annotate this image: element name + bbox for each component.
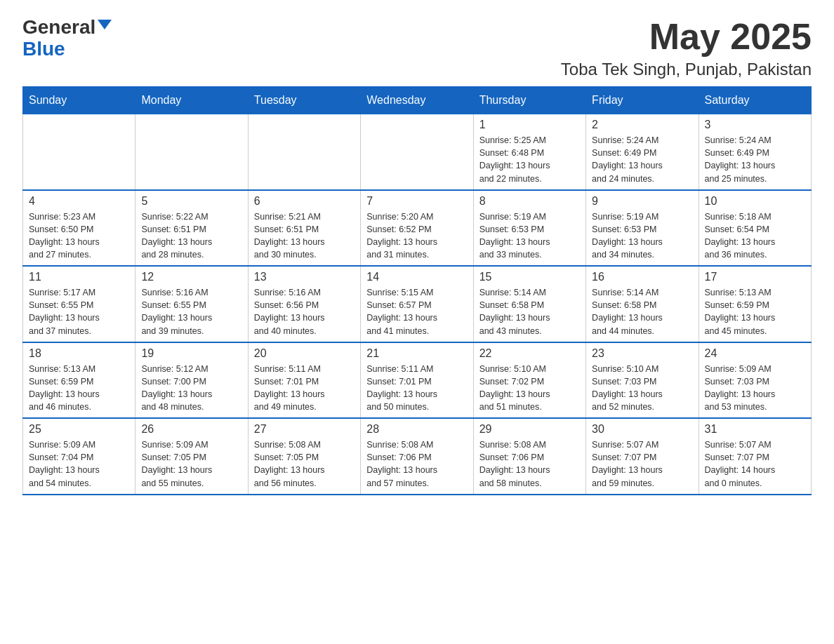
day-info: Sunrise: 5:08 AMSunset: 7:06 PMDaylight:… xyxy=(479,438,580,490)
day-info: Sunrise: 5:20 AMSunset: 6:52 PMDaylight:… xyxy=(366,210,467,262)
day-cell-2-2: 5Sunrise: 5:22 AMSunset: 6:51 PMDaylight… xyxy=(135,190,248,267)
day-cell-4-6: 23Sunrise: 5:10 AMSunset: 7:03 PMDayligh… xyxy=(586,342,699,419)
day-number: 16 xyxy=(592,271,692,283)
page-header: General Blue May 2025 Toba Tek Singh, Pu… xyxy=(22,17,812,79)
day-info: Sunrise: 5:24 AMSunset: 6:49 PMDaylight:… xyxy=(592,134,692,185)
day-info: Sunrise: 5:09 AMSunset: 7:03 PMDaylight:… xyxy=(705,363,805,414)
day-info: Sunrise: 5:13 AMSunset: 6:59 PMDaylight:… xyxy=(705,286,805,337)
day-number: 3 xyxy=(705,119,805,131)
day-info: Sunrise: 5:16 AMSunset: 6:55 PMDaylight:… xyxy=(141,286,241,337)
day-number: 24 xyxy=(705,347,805,360)
day-cell-2-3: 6Sunrise: 5:21 AMSunset: 6:51 PMDaylight… xyxy=(248,190,360,267)
logo-triangle-icon xyxy=(98,20,112,29)
day-number: 28 xyxy=(366,423,467,436)
day-info: Sunrise: 5:07 AMSunset: 7:07 PMDaylight:… xyxy=(705,438,805,490)
day-cell-1-7: 3Sunrise: 5:24 AMSunset: 6:49 PMDaylight… xyxy=(699,114,811,190)
day-number: 27 xyxy=(254,423,355,436)
day-info: Sunrise: 5:17 AMSunset: 6:55 PMDaylight:… xyxy=(29,286,129,337)
day-cell-3-4: 14Sunrise: 5:15 AMSunset: 6:57 PMDayligh… xyxy=(361,266,473,342)
col-saturday: Saturday xyxy=(699,87,811,114)
day-info: Sunrise: 5:13 AMSunset: 6:59 PMDaylight:… xyxy=(29,363,129,414)
day-cell-3-6: 16Sunrise: 5:14 AMSunset: 6:58 PMDayligh… xyxy=(586,266,699,342)
day-cell-4-3: 20Sunrise: 5:11 AMSunset: 7:01 PMDayligh… xyxy=(248,342,360,419)
logo: General Blue xyxy=(22,17,112,60)
col-sunday: Sunday xyxy=(23,87,135,114)
day-number: 23 xyxy=(592,347,692,360)
day-number: 11 xyxy=(29,271,129,283)
day-cell-5-4: 28Sunrise: 5:08 AMSunset: 7:06 PMDayligh… xyxy=(361,418,473,495)
day-info: Sunrise: 5:08 AMSunset: 7:05 PMDaylight:… xyxy=(254,438,355,490)
week-row-3: 11Sunrise: 5:17 AMSunset: 6:55 PMDayligh… xyxy=(23,266,812,342)
day-info: Sunrise: 5:15 AMSunset: 6:57 PMDaylight:… xyxy=(366,286,467,337)
day-cell-1-2 xyxy=(135,114,248,190)
week-row-2: 4Sunrise: 5:23 AMSunset: 6:50 PMDaylight… xyxy=(23,190,812,267)
day-info: Sunrise: 5:18 AMSunset: 6:54 PMDaylight:… xyxy=(705,210,805,262)
col-tuesday: Tuesday xyxy=(248,87,360,114)
calendar-table: Sunday Monday Tuesday Wednesday Thursday… xyxy=(22,86,812,495)
day-number: 15 xyxy=(479,271,580,283)
day-info: Sunrise: 5:10 AMSunset: 7:02 PMDaylight:… xyxy=(479,363,580,414)
day-number: 30 xyxy=(592,423,692,436)
day-info: Sunrise: 5:19 AMSunset: 6:53 PMDaylight:… xyxy=(479,210,580,262)
day-cell-4-1: 18Sunrise: 5:13 AMSunset: 6:59 PMDayligh… xyxy=(23,342,135,419)
week-row-5: 25Sunrise: 5:09 AMSunset: 7:04 PMDayligh… xyxy=(23,418,812,495)
day-number: 29 xyxy=(479,423,580,436)
day-number: 8 xyxy=(479,195,580,208)
day-number: 14 xyxy=(366,271,467,283)
col-wednesday: Wednesday xyxy=(361,87,473,114)
day-info: Sunrise: 5:14 AMSunset: 6:58 PMDaylight:… xyxy=(592,286,692,337)
day-cell-2-5: 8Sunrise: 5:19 AMSunset: 6:53 PMDaylight… xyxy=(473,190,585,267)
day-number: 21 xyxy=(366,347,467,360)
day-cell-3-1: 11Sunrise: 5:17 AMSunset: 6:55 PMDayligh… xyxy=(23,266,135,342)
day-number: 7 xyxy=(366,195,467,208)
day-cell-3-3: 13Sunrise: 5:16 AMSunset: 6:56 PMDayligh… xyxy=(248,266,360,342)
day-cell-1-1 xyxy=(23,114,135,190)
day-number: 6 xyxy=(254,195,355,208)
day-cell-5-1: 25Sunrise: 5:09 AMSunset: 7:04 PMDayligh… xyxy=(23,418,135,495)
calendar-header-row: Sunday Monday Tuesday Wednesday Thursday… xyxy=(23,87,812,114)
day-number: 31 xyxy=(705,423,805,436)
day-number: 5 xyxy=(141,195,241,208)
day-cell-4-4: 21Sunrise: 5:11 AMSunset: 7:01 PMDayligh… xyxy=(361,342,473,419)
day-number: 26 xyxy=(141,423,241,436)
day-info: Sunrise: 5:11 AMSunset: 7:01 PMDaylight:… xyxy=(366,363,467,414)
day-cell-1-3 xyxy=(248,114,360,190)
day-cell-5-7: 31Sunrise: 5:07 AMSunset: 7:07 PMDayligh… xyxy=(699,418,811,495)
day-cell-3-2: 12Sunrise: 5:16 AMSunset: 6:55 PMDayligh… xyxy=(135,266,248,342)
col-thursday: Thursday xyxy=(473,87,585,114)
day-number: 17 xyxy=(705,271,805,283)
title-block: May 2025 Toba Tek Singh, Punjab, Pakista… xyxy=(561,17,812,79)
day-cell-5-5: 29Sunrise: 5:08 AMSunset: 7:06 PMDayligh… xyxy=(473,418,585,495)
day-cell-2-1: 4Sunrise: 5:23 AMSunset: 6:50 PMDaylight… xyxy=(23,190,135,267)
day-cell-5-3: 27Sunrise: 5:08 AMSunset: 7:05 PMDayligh… xyxy=(248,418,360,495)
week-row-1: 1Sunrise: 5:25 AMSunset: 6:48 PMDaylight… xyxy=(23,114,812,190)
day-info: Sunrise: 5:12 AMSunset: 7:00 PMDaylight:… xyxy=(141,363,241,414)
day-info: Sunrise: 5:08 AMSunset: 7:06 PMDaylight:… xyxy=(366,438,467,490)
day-cell-2-6: 9Sunrise: 5:19 AMSunset: 6:53 PMDaylight… xyxy=(586,190,699,267)
day-info: Sunrise: 5:14 AMSunset: 6:58 PMDaylight:… xyxy=(479,286,580,337)
day-number: 12 xyxy=(141,271,241,283)
day-info: Sunrise: 5:09 AMSunset: 7:05 PMDaylight:… xyxy=(141,438,241,490)
day-info: Sunrise: 5:21 AMSunset: 6:51 PMDaylight:… xyxy=(254,210,355,262)
day-number: 25 xyxy=(29,423,129,436)
day-cell-1-4 xyxy=(361,114,473,190)
day-number: 10 xyxy=(705,195,805,208)
day-number: 4 xyxy=(29,195,129,208)
day-info: Sunrise: 5:16 AMSunset: 6:56 PMDaylight:… xyxy=(254,286,355,337)
day-number: 2 xyxy=(592,119,692,131)
day-info: Sunrise: 5:22 AMSunset: 6:51 PMDaylight:… xyxy=(141,210,241,262)
day-cell-2-4: 7Sunrise: 5:20 AMSunset: 6:52 PMDaylight… xyxy=(361,190,473,267)
day-number: 9 xyxy=(592,195,692,208)
logo-blue-text: Blue xyxy=(22,39,65,60)
day-info: Sunrise: 5:11 AMSunset: 7:01 PMDaylight:… xyxy=(254,363,355,414)
day-number: 1 xyxy=(479,119,580,131)
day-cell-5-2: 26Sunrise: 5:09 AMSunset: 7:05 PMDayligh… xyxy=(135,418,248,495)
day-cell-1-6: 2Sunrise: 5:24 AMSunset: 6:49 PMDaylight… xyxy=(586,114,699,190)
week-row-4: 18Sunrise: 5:13 AMSunset: 6:59 PMDayligh… xyxy=(23,342,812,419)
day-cell-4-7: 24Sunrise: 5:09 AMSunset: 7:03 PMDayligh… xyxy=(699,342,811,419)
calendar-subtitle: Toba Tek Singh, Punjab, Pakistan xyxy=(561,60,812,79)
day-cell-3-7: 17Sunrise: 5:13 AMSunset: 6:59 PMDayligh… xyxy=(699,266,811,342)
day-info: Sunrise: 5:10 AMSunset: 7:03 PMDaylight:… xyxy=(592,363,692,414)
day-number: 18 xyxy=(29,347,129,360)
day-number: 19 xyxy=(141,347,241,360)
